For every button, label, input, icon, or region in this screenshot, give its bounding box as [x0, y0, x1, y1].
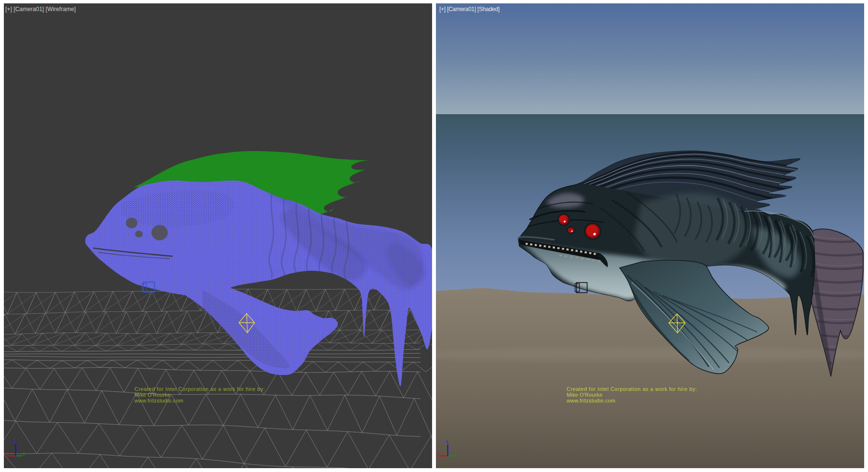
svg-text:y: y	[455, 451, 458, 456]
svg-text:Z: Z	[446, 440, 448, 444]
svg-text:[+] [Camera01] [Wireframe]: [+] [Camera01] [Wireframe]	[5, 6, 76, 13]
svg-text:www.fritzstudio.com: www.fritzstudio.com	[134, 398, 183, 403]
svg-text:Created for Intel Corporation: Created for Intel Corporation as a work …	[567, 386, 697, 392]
svg-text:Created for Intel Corporation: Created for Intel Corporation as a work …	[135, 386, 265, 392]
svg-text:Mike O'Rourke: Mike O'Rourke	[135, 392, 170, 398]
svg-text:Mike O'Rourke: Mike O'Rourke	[567, 392, 602, 398]
svg-text:x: x	[5, 451, 8, 456]
svg-text:[+] [Camera01] [Shaded]: [+] [Camera01] [Shaded]	[439, 6, 500, 13]
svg-text:Z: Z	[14, 440, 16, 444]
svg-text:x: x	[437, 451, 440, 456]
svg-text:y: y	[23, 451, 26, 456]
svg-text:www.fritzstudio.com: www.fritzstudio.com	[566, 398, 615, 403]
